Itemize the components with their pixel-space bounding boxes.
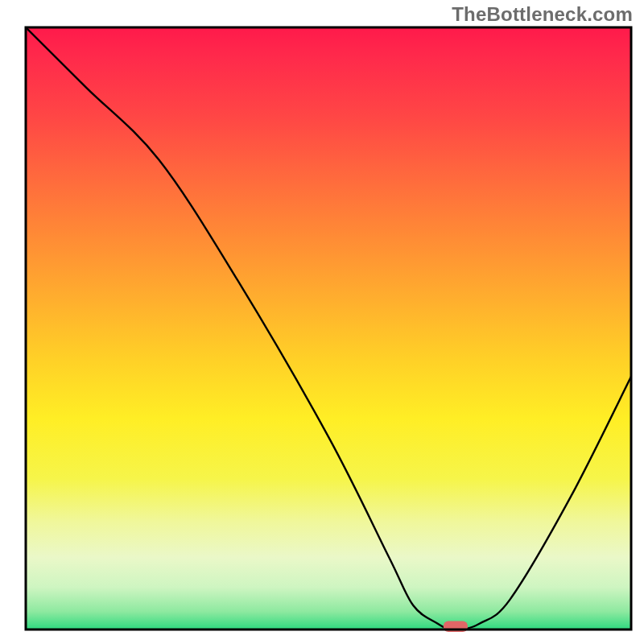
chart-background-gradient [26,27,631,630]
chart-svg [0,0,644,644]
chart-stage: TheBottleneck.com [0,0,644,644]
watermark-text: TheBottleneck.com [452,3,633,26]
